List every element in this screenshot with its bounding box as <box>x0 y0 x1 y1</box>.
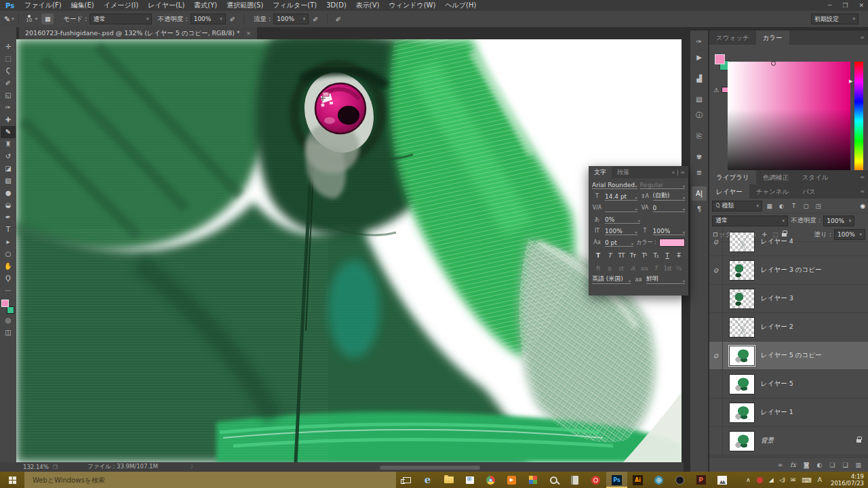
histogram-panel-icon[interactable]: ▟ <box>692 71 707 85</box>
tsume-field[interactable]: 0% <box>605 215 640 224</box>
clock[interactable]: 4:19 2016/07/23 <box>828 473 864 487</box>
layer-thumbnail[interactable] <box>729 260 755 281</box>
clone-stamp-tool[interactable]: ♜ <box>1 138 16 150</box>
brush-panel-toggle[interactable] <box>41 14 54 24</box>
background-color-swatch[interactable] <box>7 306 14 314</box>
tab-layers[interactable]: レイヤー <box>709 184 749 199</box>
notebook-button[interactable] <box>564 472 585 488</box>
tab-paragraph[interactable]: 段落 <box>612 166 635 178</box>
layer-row[interactable]: レイヤー 1 <box>709 399 868 427</box>
font-size-field[interactable]: 14.4 pt <box>605 192 637 201</box>
menu-edit[interactable]: 編集(E) <box>66 0 99 11</box>
task-view-button[interactable] <box>396 472 417 488</box>
filter-smart-object-icon[interactable]: ◳ <box>813 203 823 209</box>
zoom-tool[interactable]: Ϙ <box>1 272 16 285</box>
close-button[interactable]: ✕ <box>859 0 864 11</box>
keeper-button[interactable] <box>543 472 564 488</box>
taskbar-search-input[interactable] <box>24 472 396 488</box>
brush-presets-panel-icon[interactable]: ✾ <box>692 150 707 164</box>
discretionary-ligatures-button[interactable] <box>616 265 626 272</box>
layer-visibility-toggle[interactable] <box>709 427 723 455</box>
opacity-select[interactable]: 100% <box>191 14 226 24</box>
layer-visibility-toggle[interactable] <box>709 285 723 312</box>
horizontal-scale-field[interactable]: 100% <box>653 226 686 235</box>
swash-button[interactable] <box>628 265 637 272</box>
brush-preset-button[interactable]: ✎▾ <box>0 15 14 24</box>
layer-visibility-toggle[interactable] <box>709 256 723 284</box>
actions-panel-icon[interactable]: ▶ <box>692 50 707 64</box>
notification-badge-icon[interactable] <box>757 477 763 483</box>
chrome-button[interactable] <box>480 472 501 488</box>
add-layer-mask-icon[interactable]: ◙ <box>804 462 810 468</box>
eyedropper-tool[interactable]: ✑ <box>1 102 16 114</box>
baseline-shift-field[interactable]: 0 pt <box>605 238 633 247</box>
tab-libraries[interactable]: ライブラリ <box>709 170 756 184</box>
crop-tool[interactable]: ◱ <box>1 89 16 102</box>
quick-mask-button[interactable]: ◎ <box>1 314 16 327</box>
clone-source-panel-icon[interactable]: ⎘ <box>692 129 707 143</box>
brush-settings-panel-icon[interactable]: ✑ <box>692 35 707 49</box>
menu-file[interactable]: ファイル(F) <box>20 0 66 11</box>
brush-tool[interactable]: ✎ <box>1 126 16 138</box>
tab-color[interactable]: カラー <box>756 30 789 45</box>
menu-filter[interactable]: フィルター(T) <box>268 0 321 11</box>
kerning-field[interactable] <box>605 203 637 212</box>
screen-mode-button[interactable]: ◫ <box>1 327 16 339</box>
character-panel-icon[interactable]: A| <box>692 186 707 201</box>
layer-opacity-select[interactable]: 100% <box>823 216 854 226</box>
canvas-artwork[interactable] <box>16 39 682 462</box>
delete-layer-icon[interactable]: ▥ <box>855 462 861 468</box>
menu-window[interactable]: ウィンドウ(W) <box>384 0 440 11</box>
new-adjustment-layer-icon[interactable]: ◐ <box>816 462 822 468</box>
layer-visibility-toggle[interactable] <box>709 370 723 398</box>
filter-shape-layers-icon[interactable]: ▢ <box>801 203 811 209</box>
faux-bold-button[interactable] <box>593 252 603 259</box>
layer-row[interactable]: レイヤー 5 <box>709 370 868 399</box>
color-picker-cursor[interactable] <box>771 61 776 66</box>
browser-globe-button[interactable] <box>648 472 669 488</box>
horizontal-scrollbar[interactable] <box>380 466 480 470</box>
layer-row[interactable]: レイヤー 2 <box>709 313 868 342</box>
filter-pixel-layers-icon[interactable]: ▦ <box>764 203 774 209</box>
show-hidden-icons-button[interactable] <box>746 476 751 483</box>
edit-toolbar-button[interactable]: ⋯ <box>1 285 16 297</box>
network-icon[interactable] <box>769 476 774 483</box>
link-layers-icon[interactable]: ∞ <box>778 462 783 468</box>
saturation-brightness-field[interactable] <box>728 62 850 180</box>
leading-field[interactable]: (自動) <box>653 192 686 201</box>
tab-character[interactable]: 文字 <box>589 166 612 178</box>
font-style-select[interactable]: Regular <box>640 180 686 189</box>
airbrush-toggle[interactable] <box>309 16 322 23</box>
new-group-icon[interactable]: ❏ <box>829 462 835 468</box>
recorder-button[interactable] <box>585 472 606 488</box>
flow-select[interactable]: 100% <box>273 14 309 24</box>
eraser-tool[interactable]: ◪ <box>1 163 16 175</box>
status-expand-icon[interactable]: 〉 <box>191 463 197 471</box>
type-tool[interactable]: T <box>1 224 16 236</box>
blur-tool[interactable]: ● <box>1 187 16 199</box>
layer-thumbnail[interactable] <box>729 317 755 338</box>
gamut-warning-icon[interactable]: ⚠ <box>713 87 719 94</box>
workspace-select[interactable]: 初期設定 <box>811 14 859 24</box>
layer-visibility-toggle[interactable] <box>709 313 723 341</box>
fractions-button[interactable] <box>674 265 684 272</box>
tab-close-icon[interactable]: × <box>246 30 252 37</box>
layer-filter-select[interactable]: Ϙ 種類 <box>712 201 762 211</box>
layer-row[interactable]: レイヤー 3 <box>709 285 868 313</box>
layer-row-selected[interactable]: レイヤー 5 のコピー <box>709 342 868 370</box>
touch-keyboard-icon[interactable] <box>802 476 811 484</box>
paragraph-panel-icon[interactable]: ¶ <box>692 202 707 216</box>
presentation-button[interactable]: P <box>690 472 711 488</box>
layer-visibility-toggle[interactable] <box>709 228 723 256</box>
titling-alternates-button[interactable] <box>651 265 660 272</box>
adjustments-panel-icon[interactable]: ≣ <box>692 165 707 180</box>
layer-style-icon[interactable]: fx <box>790 462 795 468</box>
office-button[interactable] <box>522 472 543 488</box>
photoshop-taskbar-button[interactable]: Ps <box>606 472 627 488</box>
panel-menu-icon[interactable]: ≡ <box>860 174 865 180</box>
tab-swatches[interactable]: スウォッチ <box>709 30 756 45</box>
tab-channels[interactable]: チャンネル <box>749 184 796 199</box>
panel-collapse-icon[interactable]: » | ≡ <box>672 169 685 176</box>
gradient-tool[interactable]: ▧ <box>1 175 16 187</box>
obs-button[interactable] <box>669 472 690 488</box>
